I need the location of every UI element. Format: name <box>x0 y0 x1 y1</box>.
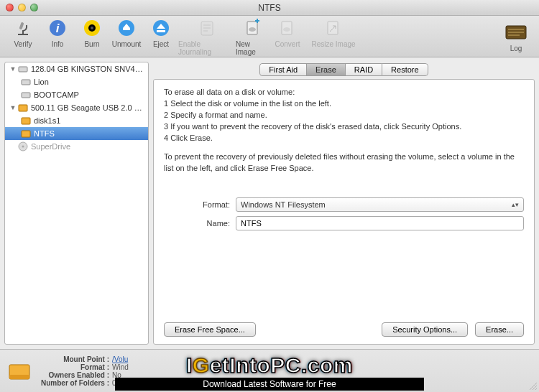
sidebar[interactable]: ▼ 128.04 GB KINGSTON SNV425... Lion BOOT… <box>4 62 149 345</box>
owners-value: No <box>112 371 121 379</box>
volume-icon <box>7 359 32 383</box>
erase-button[interactable]: Erase... <box>475 322 524 337</box>
external-drive-icon <box>21 116 31 126</box>
info-label: Info <box>52 40 64 48</box>
optical-drive-icon <box>18 141 28 151</box>
window: NTFS Verify i Info Burn <box>0 0 539 392</box>
svg-rect-28 <box>22 131 30 137</box>
internal-drive-icon <box>21 77 31 87</box>
svg-point-30 <box>22 146 24 148</box>
convert-button[interactable]: Convert <box>270 17 305 56</box>
info-button[interactable]: i Info <box>40 17 75 56</box>
sidebar-item-label: disk1s1 <box>34 116 60 125</box>
microscope-icon <box>14 17 32 39</box>
titlebar: NTFS <box>0 0 539 16</box>
verify-button[interactable]: Verify <box>6 17 40 56</box>
sidebar-container: ▼ 128.04 GB KINGSTON SNV425... Lion BOOT… <box>0 57 153 349</box>
watermark-title: IGetIntoPC.com <box>115 353 424 378</box>
eject-icon <box>152 17 170 39</box>
format-select[interactable]: Windows NT Filesystem ▴▾ <box>236 197 524 212</box>
svg-rect-18 <box>328 22 338 34</box>
burn-icon <box>83 17 101 39</box>
instr-intro: To erase all data on a disk or volume: <box>164 87 524 98</box>
journaling-icon <box>198 17 216 39</box>
tab-erase[interactable]: Erase <box>306 63 345 76</box>
instr-step1: 1 Select the disk or volume in the list … <box>164 98 524 110</box>
button-row: Erase Free Space... Security Options... … <box>164 322 524 337</box>
footer: Mount Point :/Volu Format :Wind Owners E… <box>0 349 539 392</box>
sidebar-item-kingston[interactable]: ▼ 128.04 GB KINGSTON SNV425... <box>5 62 148 75</box>
enable-journaling-button[interactable]: Enable Journaling <box>178 17 236 56</box>
name-label: Name: <box>164 219 236 228</box>
svg-point-15 <box>249 27 256 32</box>
journaling-label: Enable Journaling <box>178 40 236 56</box>
burn-button[interactable]: Burn <box>75 17 109 56</box>
name-input[interactable] <box>236 216 524 230</box>
folders-value: 0 <box>112 379 116 387</box>
tab-bar: First Aid Erase RAID Restore <box>153 63 535 76</box>
convert-icon <box>278 17 297 39</box>
log-button[interactable]: Log <box>499 21 533 52</box>
svg-rect-1 <box>19 22 24 30</box>
security-options-button[interactable]: Security Options... <box>382 322 468 337</box>
eject-button[interactable]: Eject <box>144 17 178 56</box>
new-image-button[interactable]: New Image <box>236 17 270 56</box>
window-title: NTFS <box>0 3 539 13</box>
instr-step4: 4 Click Erase. <box>164 133 524 144</box>
sidebar-item-ntfs[interactable]: NTFS <box>5 127 148 140</box>
unmount-icon <box>117 17 136 39</box>
eject-label: Eject <box>153 40 169 48</box>
sidebar-item-label: NTFS <box>34 129 55 138</box>
resize-grip-icon[interactable] <box>529 382 538 391</box>
svg-rect-26 <box>19 105 27 111</box>
name-row: Name: <box>164 216 524 230</box>
zoom-button[interactable] <box>30 4 38 11</box>
verify-label: Verify <box>14 40 32 48</box>
info-icon: i <box>48 17 67 39</box>
tab-raid[interactable]: RAID <box>345 63 382 76</box>
svg-rect-25 <box>22 93 30 98</box>
resize-image-button[interactable]: Resize Image <box>305 17 362 56</box>
unmount-button[interactable]: Unmount <box>109 17 144 56</box>
instr-note: To prevent the recovery of previously de… <box>164 151 524 174</box>
main: ▼ 128.04 GB KINGSTON SNV425... Lion BOOT… <box>0 57 539 349</box>
disclosure-triangle-icon[interactable]: ▼ <box>9 65 17 73</box>
mount-point-value[interactable]: /Volu <box>112 355 128 363</box>
svg-rect-24 <box>22 80 30 85</box>
format-label: Format: <box>164 200 236 209</box>
internal-drive-icon <box>21 90 31 100</box>
disclosure-triangle-icon[interactable]: ▼ <box>9 104 17 111</box>
convert-label: Convert <box>275 40 300 48</box>
chevron-updown-icon: ▴▾ <box>512 201 519 208</box>
log-icon <box>505 21 527 44</box>
sidebar-item-label: BOOTCAMP <box>34 90 79 99</box>
close-button[interactable] <box>6 4 14 11</box>
svg-rect-9 <box>157 30 165 32</box>
unmount-label: Unmount <box>112 40 142 48</box>
sidebar-item-label: SuperDrive <box>31 142 70 151</box>
sidebar-item-label: 128.04 GB KINGSTON SNV425... <box>31 65 145 73</box>
svg-point-17 <box>283 27 290 32</box>
minimize-button[interactable] <box>18 4 26 11</box>
svg-rect-27 <box>22 118 30 124</box>
resize-label: Resize Image <box>311 40 355 48</box>
tab-first-aid[interactable]: First Aid <box>259 63 306 76</box>
folders-key: Number of Folders : <box>40 379 112 387</box>
sidebar-item-disk1s1[interactable]: disk1s1 <box>5 114 148 127</box>
sidebar-item-lion[interactable]: Lion <box>5 75 148 88</box>
instructions: To erase all data on a disk or volume: 1… <box>164 87 524 174</box>
mount-point-key: Mount Point : <box>40 355 112 363</box>
sidebar-item-seagate[interactable]: ▼ 500.11 GB Seagate USB 2.0 Ca... <box>5 101 148 114</box>
svg-point-6 <box>91 27 93 29</box>
format-value: Wind <box>112 363 129 371</box>
owners-key: Owners Enabled : <box>40 371 112 379</box>
instr-step3: 3 If you want to prevent the recovery of… <box>164 121 524 133</box>
instr-step2: 2 Specify a format and name. <box>164 110 524 121</box>
sidebar-item-superdrive[interactable]: SuperDrive <box>5 140 148 153</box>
burn-label: Burn <box>84 40 99 48</box>
sidebar-item-bootcamp[interactable]: BOOTCAMP <box>5 88 148 101</box>
erase-free-space-button[interactable]: Erase Free Space... <box>164 322 256 337</box>
svg-rect-23 <box>19 67 27 72</box>
tab-restore[interactable]: Restore <box>382 63 428 76</box>
format-row: Format: Windows NT Filesystem ▴▾ <box>164 197 524 212</box>
